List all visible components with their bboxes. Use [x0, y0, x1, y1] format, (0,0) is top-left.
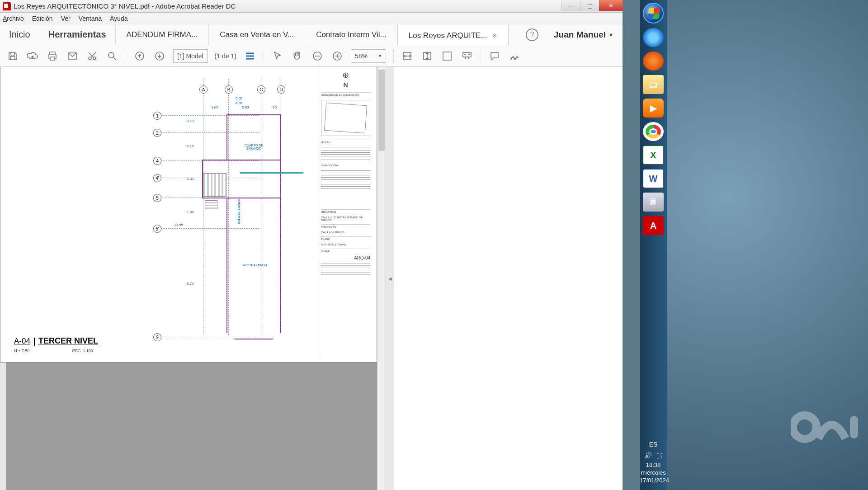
dim-l-6: 6.75 [187, 282, 194, 286]
window-titlebar: Los Reyes ARQUITECTÓNICO 3° NIVEL.pdf - … [0, 0, 623, 13]
taskbar-chrome-icon[interactable] [643, 122, 664, 141]
acrobat-window: Los Reyes ARQUITECTÓNICO 3° NIVEL.pdf - … [0, 0, 623, 490]
menu-bar: Archivo Edición Ver Ventana Ayuda [0, 13, 623, 24]
document-viewport[interactable]: ▶ A B C D 1 2 4 4' 5 5' 9 [0, 67, 377, 490]
doc-tab-3[interactable]: Los Reyes ARQUITE...✕ [397, 24, 509, 45]
taskbar-word-icon[interactable]: W [643, 169, 664, 188]
zoom-level-dropdown[interactable]: 58%▼ [351, 49, 386, 63]
dim-top-3: 1.65 [211, 105, 218, 109]
menu-file[interactable]: Archivo [3, 15, 24, 22]
prev-page-icon[interactable] [133, 50, 146, 62]
svg-rect-1 [850, 416, 858, 438]
svg-rect-13 [463, 52, 471, 57]
room-lavado: ÁREA DE LAVADO [237, 198, 241, 225]
page-display-icon[interactable] [244, 50, 256, 62]
stairs-icon [203, 173, 226, 197]
tab-row: Inicio Herramientas ADENDUM FIRMA... Cas… [0, 24, 623, 45]
zoom-out-icon[interactable] [311, 50, 324, 62]
taskbar-calculator-icon[interactable]: 🖩 [643, 193, 664, 212]
desktop-background [667, 0, 868, 490]
comment-icon[interactable] [488, 50, 501, 62]
windows-taskbar: 🗂 ▶ X W 🖩 A ES 🔊⬚ 18:38 miércoles 17/01/… [640, 0, 667, 490]
acrobat-app-icon [3, 2, 11, 10]
tray-time[interactable]: 18:38 [640, 462, 667, 469]
print-icon[interactable] [46, 50, 59, 62]
close-tab-icon[interactable]: ✕ [492, 32, 497, 39]
page-count-label: (1 de 1) [215, 52, 236, 60]
room-azotea: AZOTEA / PATIO [243, 264, 267, 267]
close-button[interactable]: ✕ [599, 0, 623, 11]
window-title: Los Reyes ARQUITECTÓNICO 3° NIVEL.pdf - … [14, 2, 561, 10]
save-icon[interactable] [6, 50, 19, 62]
axis-2: 2 [153, 129, 161, 137]
start-button[interactable] [643, 3, 664, 24]
dim-top-1: 5.00 [236, 96, 243, 100]
tray-language[interactable]: ES [640, 441, 667, 448]
sign-icon[interactable] [508, 50, 521, 62]
chevron-down-icon: ▼ [609, 32, 613, 38]
cloud-upload-icon[interactable] [26, 50, 39, 62]
select-tool-icon[interactable] [271, 50, 284, 62]
read-mode-icon[interactable] [461, 50, 473, 62]
zoom-in-icon[interactable] [331, 50, 344, 62]
axis-c: C [257, 85, 265, 94]
axis-9: 9 [153, 333, 161, 341]
taskbar-ie-icon[interactable] [643, 28, 664, 47]
location-map [321, 100, 370, 136]
tray-volume-icon[interactable]: 🔊 [644, 452, 652, 459]
email-icon[interactable] [66, 50, 79, 62]
page-number-input[interactable]: [1] Model [173, 49, 208, 63]
axis-1: 1 [153, 112, 161, 120]
fullscreen-icon[interactable] [441, 50, 453, 62]
search-icon[interactable] [106, 50, 118, 62]
chevron-down-icon: ▼ [378, 54, 382, 58]
drawing-titleblock: ⊕N CROQUIS DE LOCALIZACIÓN NOTAS SIMBOLO… [319, 68, 372, 358]
axis-d: D [277, 85, 285, 94]
doc-tab-1[interactable]: Casa en Venta en V... [208, 24, 305, 45]
tab-tools[interactable]: Herramientas [39, 24, 115, 45]
menu-window[interactable]: Ventana [79, 15, 102, 22]
dim-top-4: 2.05 [242, 105, 249, 109]
tab-home[interactable]: Inicio [0, 24, 39, 45]
svg-point-0 [793, 415, 816, 439]
axis-a: A [199, 85, 208, 94]
doc-tab-2[interactable]: Contrato Interm Vil... [305, 24, 397, 45]
user-menu-button[interactable]: Juan Manuel▼ [545, 24, 623, 45]
minimize-button[interactable]: — [561, 0, 580, 11]
taskbar-media-player-icon[interactable]: ▶ [643, 99, 664, 118]
watermark-logo [791, 402, 863, 454]
equipment-icon [205, 200, 217, 209]
tray-day: miércoles [640, 469, 667, 477]
dim-l-1: 0.70 [187, 119, 194, 123]
menu-edit[interactable]: Edición [32, 15, 53, 22]
room-servicio: CUARTO DE SERVICIO [245, 144, 263, 150]
help-icon[interactable]: ? [526, 28, 538, 41]
dim-top-2: 4.85 [236, 101, 243, 105]
taskbar-explorer-icon[interactable]: 🗂 [643, 75, 664, 94]
doc-tab-0[interactable]: ADENDUM FIRMA... [115, 24, 209, 45]
axis-5: 5 [153, 194, 161, 202]
taskbar-excel-icon[interactable]: X [643, 146, 664, 165]
taskbar-acrobat-icon[interactable]: A [643, 216, 664, 235]
maximize-button[interactable]: ▢ [580, 0, 599, 11]
sheet-title: A-04TERCER NIVEL N + 7.50 ESC. 1:100 [14, 336, 98, 354]
north-arrow: ⊕N [321, 70, 370, 90]
axis-b: B [225, 85, 233, 94]
fit-page-icon[interactable] [421, 50, 434, 62]
dim-l-4: 1.95 [187, 210, 194, 214]
axis-4p: 4' [153, 174, 161, 182]
svg-point-5 [108, 52, 114, 58]
system-tray[interactable]: ES 🔊⬚ 18:38 miércoles 17/01/2024 [640, 437, 667, 490]
menu-help[interactable]: Ayuda [110, 15, 127, 22]
taskbar-firefox-icon[interactable] [643, 52, 664, 71]
next-page-icon[interactable] [153, 50, 166, 62]
tray-network-icon[interactable]: ⬚ [656, 452, 662, 459]
dim-l-2: 2.15 [187, 144, 194, 148]
dim-l-3: 2.30 [187, 177, 194, 181]
vertical-scrollbar[interactable] [377, 67, 386, 490]
right-panel-toggle[interactable]: ◀ [386, 67, 394, 490]
hand-tool-icon[interactable] [291, 50, 304, 62]
fit-width-icon[interactable] [401, 50, 414, 62]
cut-icon[interactable] [86, 50, 99, 62]
menu-view[interactable]: Ver [61, 15, 71, 22]
